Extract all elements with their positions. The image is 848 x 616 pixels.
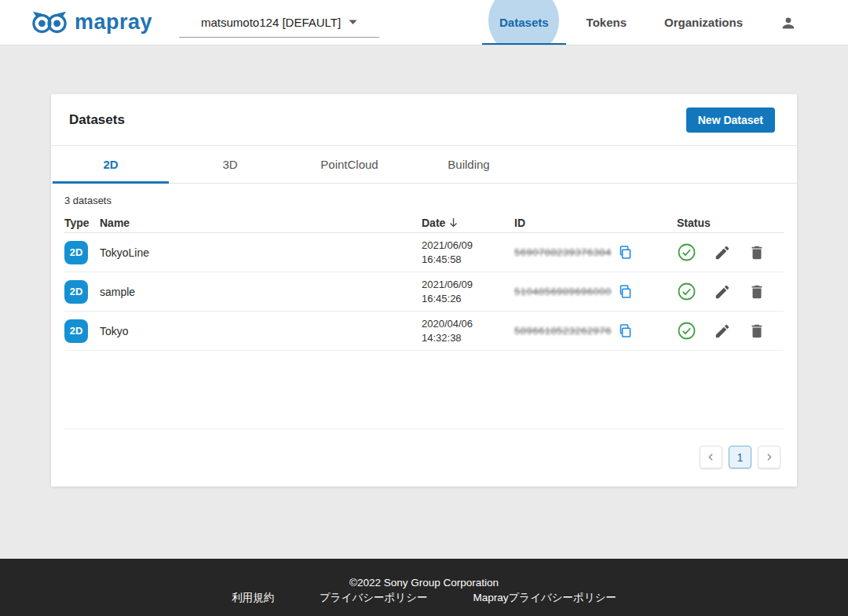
pencil-icon (714, 283, 731, 301)
delete-dataset-button[interactable] (748, 283, 766, 301)
logo: mapray (31, 10, 152, 35)
nav-item-organizations[interactable]: Organizations (645, 0, 762, 46)
app-header: mapray matsumoto124 [DEFAULT] Datasets T… (0, 0, 848, 46)
app-footer: ©2022 Sony Group Corporation 利用規約 プライバシー… (0, 559, 848, 616)
copy-id-button[interactable] (619, 323, 632, 338)
trash-icon (748, 244, 766, 261)
dataset-row: 2D TokyoLine 2021/06/09 16:45:58 5690788… (64, 233, 784, 272)
pagination: 1 (64, 429, 784, 468)
pagination-next-button[interactable] (758, 446, 780, 468)
person-icon (779, 13, 798, 32)
panel-title: Datasets (69, 112, 125, 128)
table-header-row: Type Name Date ID Status (64, 213, 784, 233)
row-actions (677, 242, 784, 262)
delete-dataset-button[interactable] (748, 244, 766, 261)
row-actions (677, 282, 784, 301)
dataset-id-cell: 5896618523262976 (514, 323, 677, 338)
copy-id-button[interactable] (619, 245, 632, 260)
dataset-name: TokyoLine (100, 246, 422, 259)
datasets-panel: Datasets New Dataset 2D 3D PointCloud Bu… (51, 94, 797, 487)
dataset-row: 2D Tokyo 2020/04/06 14:32:38 58966185232… (64, 312, 784, 351)
datasets-table: 3 datasets Type Name Date ID Status 2D T… (51, 184, 797, 487)
main-nav: Datasets Tokens Organizations (481, 0, 798, 46)
copy-icon (619, 323, 632, 338)
footer-link-privacy[interactable]: プライバシーポリシー (320, 591, 428, 605)
edit-dataset-button[interactable] (714, 283, 731, 301)
tab-2d[interactable]: 2D (51, 146, 170, 183)
chevron-down-icon (349, 20, 357, 25)
edit-dataset-button[interactable] (714, 323, 731, 340)
main-content: Datasets New Dataset 2D 3D PointCloud Bu… (0, 94, 848, 487)
dataset-date: 2021/06/09 16:45:26 (422, 278, 514, 306)
dataset-id: 5896618523262976 (514, 325, 612, 337)
dataset-id: 5690788239376384 (514, 246, 612, 258)
col-header-status: Status (677, 217, 784, 229)
owl-icon (31, 10, 68, 35)
copy-id-button[interactable] (619, 284, 632, 299)
copyright-text: ©2022 Sony Group Corporation (0, 577, 848, 589)
type-badge: 2D (64, 319, 88, 343)
dataset-id: 5104856989696000 (514, 286, 612, 297)
nav-item-datasets[interactable]: Datasets (481, 0, 568, 46)
row-actions (677, 321, 784, 341)
organization-select[interactable]: matsumoto124 [DEFAULT] (179, 8, 379, 38)
dataset-date: 2021/06/09 16:45:58 (422, 239, 514, 267)
dataset-type-tabs: 2D 3D PointCloud Building (51, 146, 797, 184)
pagination-page-1[interactable]: 1 (729, 446, 751, 468)
footer-links: 利用規約 プライバシーポリシー Maprayプライバシーポリシー (0, 591, 848, 605)
footer-link-mapray-privacy[interactable]: Maprayプライバシーポリシー (473, 591, 616, 605)
check-circle-icon (677, 321, 696, 341)
delete-dataset-button[interactable] (748, 323, 766, 340)
edit-dataset-button[interactable] (714, 244, 731, 261)
chevron-left-icon (706, 452, 716, 462)
pencil-icon (714, 323, 731, 340)
dataset-row: 2D sample 2021/06/09 16:45:26 5104856989… (64, 272, 784, 312)
dataset-name: Tokyo (100, 325, 422, 337)
col-header-id: ID (514, 217, 677, 229)
logo-text: mapray (75, 10, 152, 35)
new-dataset-button[interactable]: New Dataset (686, 108, 775, 133)
check-circle-icon (677, 282, 696, 301)
pagination-prev-button[interactable] (700, 446, 722, 468)
check-circle-icon (677, 242, 696, 262)
copy-icon (619, 284, 632, 299)
panel-header: Datasets New Dataset (51, 94, 797, 146)
dataset-count: 3 datasets (64, 184, 784, 213)
trash-icon (748, 323, 766, 340)
tab-building[interactable]: Building (409, 146, 528, 183)
copy-icon (619, 245, 632, 260)
tab-3d[interactable]: 3D (170, 146, 290, 183)
footer-link-terms[interactable]: 利用規約 (232, 591, 274, 605)
col-header-date-sort[interactable]: Date (422, 217, 514, 229)
pencil-icon (714, 244, 731, 261)
col-header-type: Type (64, 217, 100, 229)
nav-item-tokens[interactable]: Tokens (568, 0, 645, 46)
type-badge: 2D (64, 280, 88, 304)
account-menu-button[interactable] (779, 13, 798, 32)
arrow-down-icon (448, 217, 459, 228)
dataset-date: 2020/04/06 14:32:38 (422, 317, 514, 345)
tab-pointcloud[interactable]: PointCloud (290, 146, 409, 183)
trash-icon (748, 283, 766, 301)
col-header-name: Name (100, 217, 422, 229)
organization-select-value: matsumoto124 [DEFAULT] (201, 16, 341, 29)
dataset-name: sample (100, 286, 422, 298)
dataset-id-cell: 5690788239376384 (514, 245, 677, 260)
table-empty-space (64, 351, 784, 429)
dataset-id-cell: 5104856989696000 (514, 284, 677, 299)
chevron-right-icon (764, 452, 774, 462)
type-badge: 2D (64, 241, 88, 264)
active-nav-underline (482, 43, 566, 46)
